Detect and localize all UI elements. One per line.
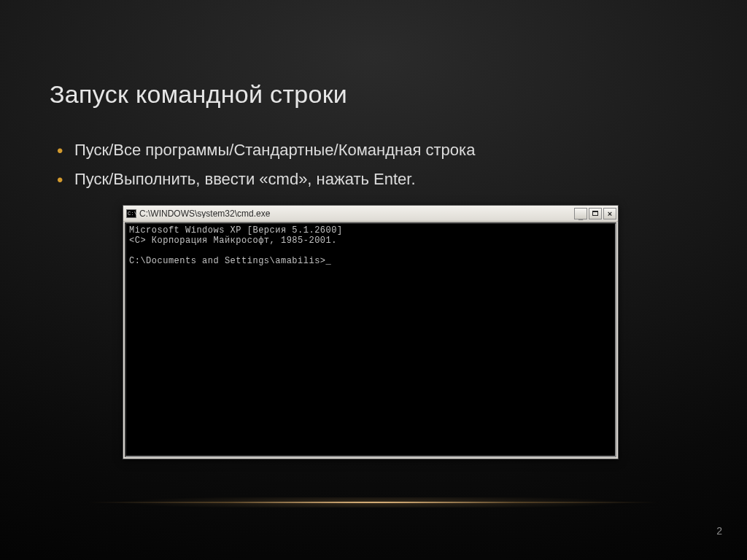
bullet-item: Пуск/Все программы/Стандартные/Командная… xyxy=(54,138,697,163)
bullet-item: Пуск/Выполнить, ввести «cmd», нажать Ent… xyxy=(54,167,697,192)
cmd-titlebar: C:\WINDOWS\system32\cmd.exe _ × xyxy=(123,206,618,222)
cmd-window: C:\WINDOWS\system32\cmd.exe _ × Microsof… xyxy=(123,205,619,459)
close-button[interactable]: × xyxy=(603,208,616,219)
cmd-line: <C> Корпорация Майкрософт, 1985-2001. xyxy=(129,236,337,246)
bullet-text: Пуск/Все программы/Стандартные/Командная… xyxy=(74,141,475,159)
bullet-list: Пуск/Все программы/Стандартные/Командная… xyxy=(50,138,697,192)
cmd-window-title: C:\WINDOWS\system32\cmd.exe xyxy=(139,209,571,218)
decorative-glow xyxy=(0,502,747,503)
cmd-icon xyxy=(126,209,136,218)
bullet-text: Пуск/Выполнить, ввести «cmd», нажать Ent… xyxy=(74,170,416,188)
cmd-output: Microsoft Windows XP [Версия 5.1.2600] <… xyxy=(125,222,616,457)
cmd-line: Microsoft Windows XP [Версия 5.1.2600] xyxy=(129,225,343,236)
cmd-window-image: C:\WINDOWS\system32\cmd.exe _ × Microsof… xyxy=(123,205,619,459)
cmd-prompt-line: C:\Documents and Settings\amabilis>_ xyxy=(129,256,331,266)
minimize-button[interactable]: _ xyxy=(574,208,587,219)
window-controls: _ × xyxy=(574,208,616,219)
page-number: 2 xyxy=(716,525,722,537)
slide-title: Запуск командной строки xyxy=(50,80,697,109)
maximize-button[interactable] xyxy=(589,208,602,219)
